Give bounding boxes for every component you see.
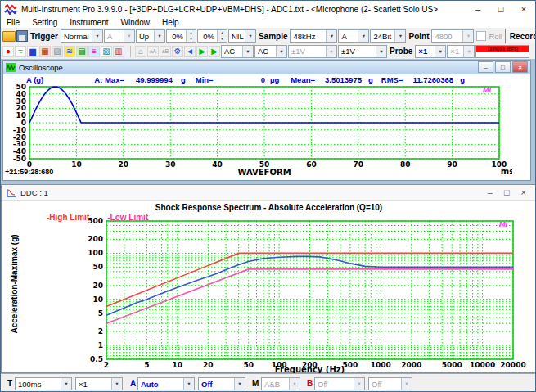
- trigger-edge-select[interactable]: Up▼: [136, 29, 165, 43]
- sweep-time-select[interactable]: 100ms▼: [15, 377, 72, 390]
- close-icon[interactable]: ×: [512, 2, 535, 17]
- min-value: 0: [261, 75, 265, 84]
- dropdown-arrow-icon: ▼: [245, 30, 255, 42]
- multimeter-icon[interactable]: ▦: [39, 46, 51, 57]
- window-title: Multi-Instrument Pro 3.9.9.0 - [+3DP+DLG…: [21, 5, 438, 14]
- svg-text:1: 1: [98, 341, 103, 349]
- oscilloscope-icon[interactable]: ≈: [15, 46, 26, 57]
- max-unit: g: [181, 75, 186, 84]
- range-a-select: ±1V▼: [288, 45, 337, 58]
- trigger-mode-select[interactable]: Normal▼: [61, 29, 103, 43]
- dropdown-arrow-icon: ▼: [326, 30, 336, 42]
- dropdown-arrow-icon: ▼: [394, 30, 405, 42]
- bottom-toolbar: T 100ms▼ ×1▼ A Auto▼ Off▼ M A&B▼ B Off▼ …: [1, 373, 536, 392]
- osc-close-icon[interactable]: ×: [512, 61, 528, 73]
- trigger-source-select: A▼: [104, 29, 135, 43]
- svg-text:30: 30: [165, 160, 176, 169]
- dropdown-arrow-icon: ▼: [242, 46, 253, 57]
- svg-text:20: 20: [92, 282, 103, 290]
- probe-b-select: ×1▼: [447, 45, 475, 58]
- ddc-minimize-icon[interactable]: –: [488, 187, 493, 197]
- spinner-down-icon: ▼: [218, 36, 227, 42]
- svg-text:90: 90: [447, 160, 457, 169]
- menu-file[interactable]: File: [7, 18, 20, 27]
- point-label: Point: [407, 32, 430, 41]
- invert-b-icon[interactable]: ±B: [160, 46, 171, 57]
- open-file-icon[interactable]: [2, 31, 16, 42]
- srs-y-axis-label: Acceleration-Maximax (g): [10, 223, 19, 345]
- ddc-title-bar[interactable]: DDC : 1 – □ ×: [2, 185, 536, 201]
- svg-text:50: 50: [92, 263, 103, 271]
- osc-minimize-icon[interactable]: –: [478, 61, 493, 73]
- svg-text:80: 80: [400, 160, 411, 169]
- sample-label: Sample: [257, 32, 290, 41]
- ddc-close-icon[interactable]: ×: [521, 187, 526, 197]
- sweep-mult-select[interactable]: ×1▼: [75, 377, 123, 390]
- spinner-up-icon: ▲: [218, 30, 227, 36]
- bit-resolution-select[interactable]: 24Bit▼: [370, 29, 406, 43]
- coupling-b-select[interactable]: AC▼: [254, 45, 287, 58]
- channel-a-extra-select[interactable]: Off▼: [198, 377, 245, 390]
- sampling-channel-select[interactable]: A▼: [338, 29, 369, 43]
- data-logger-icon[interactable]: ▤: [76, 46, 88, 57]
- menu-instrument[interactable]: Instrument: [70, 18, 108, 27]
- menu-help[interactable]: Help: [162, 18, 179, 27]
- dropdown-arrow-icon: ▼: [289, 378, 300, 390]
- save-file-icon[interactable]: [16, 30, 28, 42]
- menu-window[interactable]: Window: [121, 18, 151, 27]
- srs-mi-logo: MI: [499, 220, 507, 228]
- record-icon[interactable]: ●: [2, 46, 14, 57]
- max-value: 49.999994: [136, 75, 173, 84]
- min-label: Min=: [196, 75, 214, 84]
- dropdown-arrow-icon: ▼: [354, 378, 364, 390]
- svg-text:1000: 1000: [371, 361, 391, 369]
- sampling-rate-select[interactable]: 48kHz▼: [290, 29, 337, 43]
- channel-b-gain-label: B: [305, 379, 314, 388]
- math-label: M: [250, 379, 260, 388]
- svg-text:ms: ms: [501, 167, 512, 176]
- svg-text:20000: 20000: [500, 361, 525, 369]
- checkbox-icon: [476, 31, 486, 41]
- svg-text:-50: -50: [13, 155, 26, 163]
- spectrum-3d-icon[interactable]: ▨: [52, 46, 63, 57]
- channel-b-mode-select: Off▼: [314, 377, 365, 390]
- derived-data-icon[interactable]: ▥: [113, 46, 124, 57]
- ddp-viewer-icon[interactable]: ≡: [88, 46, 100, 57]
- channel-a-mode-select[interactable]: Auto▼: [137, 377, 195, 390]
- oscilloscope-title-bar[interactable]: Oscilloscope – □ ×: [3, 61, 530, 74]
- trigger-hpf-select[interactable]: NIL▼: [228, 29, 256, 43]
- probe-a-select[interactable]: ×1▼: [415, 45, 446, 58]
- output-volume-icon[interactable]: ◄: [184, 46, 196, 57]
- setup-wrench-icon[interactable]: ⚙: [172, 46, 183, 57]
- invert-a-icon[interactable]: ±A: [147, 46, 159, 57]
- svg-text:200: 200: [88, 235, 103, 243]
- coupling-a-select[interactable]: AC▼: [221, 45, 254, 58]
- device-test-plan-icon[interactable]: ▧: [101, 46, 112, 57]
- rms-unit: g: [460, 75, 465, 84]
- ddc-maximize-icon[interactable]: □: [504, 187, 510, 197]
- svg-text:WAVEFORM: WAVEFORM: [237, 168, 291, 177]
- dropdown-arrow-icon: ▼: [463, 46, 474, 57]
- oscilloscope-window: Oscilloscope – □ × A (g) A: Max= 49.9999…: [2, 60, 531, 181]
- hold-icon[interactable]: ⌂: [135, 46, 146, 57]
- svg-text:40: 40: [212, 160, 223, 169]
- run-icon[interactable]: ▶: [196, 46, 208, 57]
- dropdown-arrow-icon: ▼: [376, 46, 386, 57]
- minimize-icon[interactable]: –: [466, 2, 489, 17]
- mean-label: Mean=: [291, 75, 315, 84]
- svg-text:10: 10: [92, 295, 103, 304]
- trigger-delay-spinner[interactable]: 0%▲▼: [197, 29, 227, 43]
- spectrum-analyzer-icon[interactable]: ▆: [27, 46, 38, 57]
- osc-restore-icon[interactable]: □: [495, 61, 511, 73]
- srs-chart-title: Shock Response Spectrum - Absolute Accel…: [2, 203, 536, 212]
- spinner-up-icon: ▲: [187, 30, 196, 36]
- trigger-level-spinner[interactable]: 0%▲▼: [166, 29, 196, 43]
- menu-setting[interactable]: Setting: [32, 18, 57, 27]
- record-button[interactable]: Record: [505, 29, 536, 44]
- run-auto-icon[interactable]: ▶: [209, 46, 220, 57]
- waterfall-plot-icon[interactable]: ≋: [64, 46, 75, 57]
- dropdown-arrow-icon: ▼: [61, 378, 71, 390]
- svg-text:500: 500: [343, 361, 358, 369]
- range-b-select[interactable]: ±1V▼: [338, 45, 387, 58]
- maximize-icon[interactable]: □: [489, 2, 512, 17]
